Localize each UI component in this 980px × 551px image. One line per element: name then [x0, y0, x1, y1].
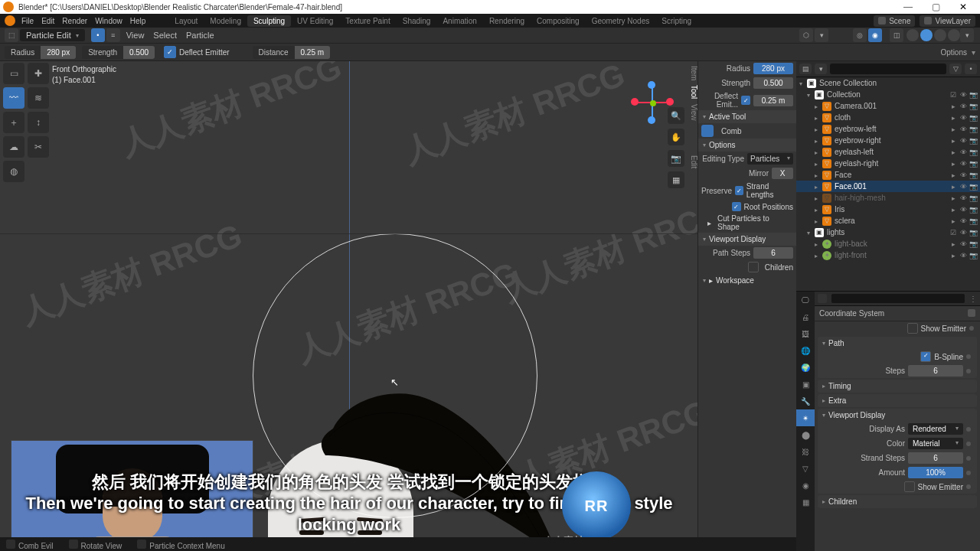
ws-render[interactable]: Rendering — [483, 15, 531, 27]
persp-icon[interactable]: ▦ — [668, 171, 684, 188]
prop-tab-physics-icon[interactable]: ⬤ — [796, 426, 815, 443]
menu-help[interactable]: Help — [130, 17, 146, 25]
editor-type-icon[interactable]: ⬚ — [5, 28, 18, 42]
shade-wire-icon[interactable] — [906, 29, 919, 41]
np-active-tool-header[interactable]: Active Tool — [698, 110, 796, 123]
ws-uv[interactable]: UV Editing — [291, 15, 339, 27]
prop-pin-icon[interactable] — [818, 294, 827, 303]
np-radius-value[interactable]: 280 px — [753, 63, 793, 74]
amount-value[interactable]: 100% — [908, 467, 963, 478]
steps-value[interactable]: 6 — [908, 365, 963, 377]
outliner-item[interactable]: ▽eyebrow-right▸👁📷 — [796, 135, 980, 146]
menu-select[interactable]: Select — [153, 31, 177, 40]
shade-options-icon[interactable]: ▾ — [960, 28, 974, 42]
sec-vpd-header[interactable]: Viewport Display — [818, 409, 977, 422]
outliner-item-selected[interactable]: ▽Face.001▸👁📷 — [796, 181, 980, 192]
options-dropdown[interactable]: Options — [941, 48, 967, 57]
magnet-icon[interactable]: ⬡ — [799, 28, 813, 42]
menu-particle[interactable]: Particle — [186, 31, 214, 40]
np-preserve-check1[interactable]: ✓ — [735, 186, 743, 195]
outliner-item[interactable]: ▽eyelash-right▸👁📷 — [796, 158, 980, 169]
outliner-filter-icon[interactable]: ▽ — [949, 64, 962, 74]
minimize-button[interactable]: — — [894, 2, 922, 12]
props-options-icon[interactable]: ⋮ — [969, 295, 977, 303]
outliner-light[interactable]: ✦light-back▸👁📷 — [796, 238, 980, 249]
outliner-item[interactable]: ▽Face▸👁📷 — [796, 169, 980, 181]
prop-tab-scene-icon[interactable]: 🌐 — [796, 342, 815, 359]
outliner-item[interactable]: ▽Iris▸👁📷 — [796, 204, 980, 215]
shade-solid-icon[interactable] — [920, 29, 933, 41]
outliner-item[interactable]: ▽sclera▸👁📷 — [796, 215, 980, 227]
tool-smooth-icon[interactable]: ≋ — [28, 87, 49, 109]
lights-collection[interactable]: ▣lights☑👁📷 — [796, 227, 980, 238]
scene-collection[interactable]: ▣Scene Collection — [796, 77, 980, 89]
outliner-item[interactable]: ▽eyelash-left▸👁📷 — [796, 146, 980, 158]
menu-file[interactable]: File — [21, 17, 34, 25]
prop-tab-texture-icon[interactable]: ▦ — [796, 494, 815, 510]
prop-tab-data-icon[interactable]: ▽ — [796, 460, 815, 477]
ws-geonodes[interactable]: Geometry Nodes — [586, 15, 656, 27]
menu-view[interactable]: View — [126, 31, 145, 40]
selmode-tip-icon[interactable]: ≡ — [106, 28, 120, 42]
prop-tab-render-icon[interactable]: 🖵 — [796, 292, 815, 308]
prop-tab-particle-icon[interactable]: ✴ — [796, 409, 815, 426]
outliner-new-icon[interactable]: • — [965, 64, 977, 74]
ws-modeling[interactable]: Modeling — [204, 15, 247, 27]
prop-tab-viewlayer-icon[interactable]: 🖼 — [796, 325, 815, 342]
outliner-light[interactable]: ✦light-front▸👁📷 — [796, 249, 980, 261]
exclude-icon[interactable]: ☑ — [949, 91, 957, 99]
np-deflect-check[interactable]: ✓ — [741, 96, 750, 105]
tool-select-icon[interactable]: ▭ — [3, 63, 24, 84]
prop-tab-world-icon[interactable]: 🌍 — [796, 359, 815, 376]
prop-tab-object-icon[interactable]: ▣ — [796, 376, 815, 393]
overlay-toggle-icon[interactable]: ◉ — [868, 28, 882, 42]
show-emitter-check[interactable] — [907, 323, 918, 334]
np-mirror-x[interactable]: X — [772, 168, 793, 179]
ws-shading[interactable]: Shading — [397, 15, 437, 27]
ws-layout[interactable]: Layout — [168, 15, 204, 27]
tool-weight-icon[interactable]: ◍ — [3, 161, 24, 182]
eye-icon[interactable]: 👁 — [959, 91, 967, 99]
close-button[interactable]: ✕ — [949, 2, 977, 12]
tool-cursor-icon[interactable]: ✚ — [28, 63, 49, 84]
np-preserve-check2[interactable]: ✓ — [732, 202, 741, 211]
sec-timing-header[interactable]: Timing — [818, 380, 977, 393]
zoom-icon[interactable]: 🔍 — [668, 107, 684, 124]
distance-value[interactable]: 0.25 m — [295, 46, 331, 59]
scene-selector[interactable]: Scene — [874, 15, 915, 27]
np-workspace-header[interactable]: ▸ Workspace — [698, 274, 796, 287]
coord-swatch[interactable] — [968, 309, 975, 317]
deflect-check[interactable]: ✓ — [164, 46, 176, 58]
ws-anim[interactable]: Animation — [436, 15, 482, 27]
snap-dropdown-icon[interactable]: ▾ — [815, 28, 828, 42]
xray-icon[interactable]: ◫ — [890, 28, 903, 42]
tool-comb-icon[interactable]: 〰 — [3, 87, 24, 109]
sec-extra-header[interactable]: Extra — [818, 394, 977, 407]
gizmo-toggle-icon[interactable]: ◎ — [853, 28, 867, 42]
tool-puff-icon[interactable]: ☁ — [3, 136, 24, 158]
viewport[interactable]: 人人素材 RRCG 人人素材 RRCG 人人素材 RRCG 人人素材 RRCG … — [0, 61, 796, 551]
properties-search[interactable] — [831, 294, 965, 303]
ws-script[interactable]: Scripting — [655, 15, 697, 27]
np-edit-type-drop[interactable]: Particles — [747, 153, 793, 165]
outliner-item[interactable]: ▽Camera.001▸👁📷 — [796, 100, 980, 112]
prop-tab-material-icon[interactable]: ◉ — [796, 477, 815, 494]
camera-icon[interactable]: 📷 — [668, 150, 684, 167]
np-cut-row[interactable]: ▸ Cut Particles to Shape — [698, 213, 796, 233]
mode-dropdown[interactable]: Particle Edit — [20, 29, 85, 41]
blender-icon[interactable] — [5, 15, 15, 26]
show-emitter2-check[interactable] — [904, 481, 915, 492]
ws-sculpting[interactable]: Sculpting — [247, 15, 291, 27]
prop-tab-modifier-icon[interactable]: 🔧 — [796, 393, 815, 409]
menu-render[interactable]: Render — [62, 17, 87, 25]
selmode-point-icon[interactable]: • — [91, 28, 105, 42]
radius-value[interactable]: 280 px — [41, 46, 76, 59]
np-options-header[interactable]: Options — [698, 139, 796, 152]
sec-path-header[interactable]: Path — [818, 337, 977, 350]
prop-tab-output-icon[interactable]: 🖨 — [796, 308, 815, 325]
tool-length-icon[interactable]: ↕ — [28, 112, 49, 133]
menu-window[interactable]: Window — [95, 17, 122, 25]
np-viewport-display-header[interactable]: Viewport Display — [698, 233, 796, 246]
maximize-button[interactable]: ▢ — [922, 2, 949, 12]
tool-add-icon[interactable]: ＋ — [3, 112, 24, 133]
